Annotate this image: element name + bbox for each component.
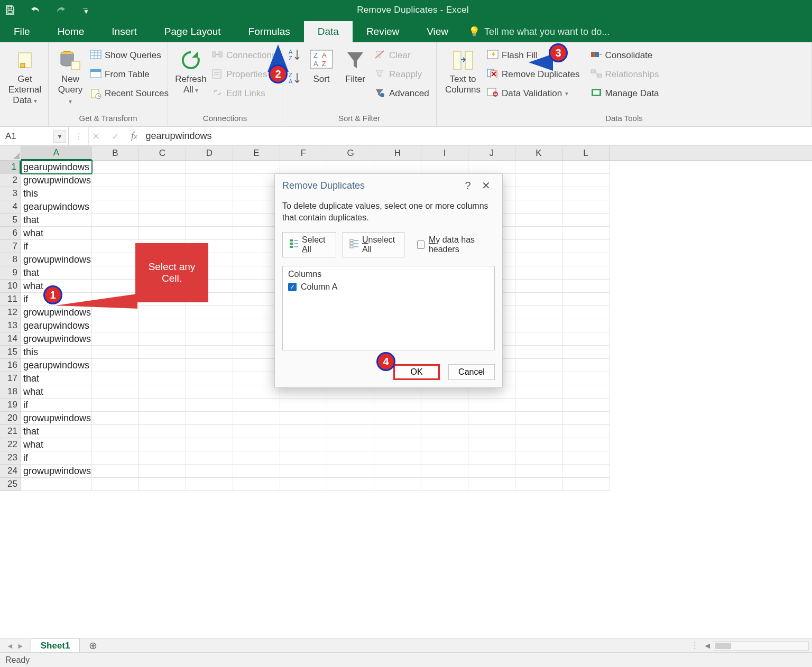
cell[interactable]: this: [21, 187, 92, 200]
column-header[interactable]: B: [92, 146, 139, 160]
my-data-has-headers-checkbox[interactable]: My data has headers: [417, 235, 495, 254]
cell[interactable]: [562, 187, 610, 200]
cell[interactable]: [562, 425, 610, 438]
cell[interactable]: [186, 319, 233, 332]
row-header[interactable]: 21: [0, 425, 21, 438]
cell[interactable]: [374, 161, 421, 174]
undo-icon[interactable]: [30, 4, 41, 16]
cell[interactable]: [233, 451, 280, 465]
cell[interactable]: that: [21, 372, 92, 385]
row-header[interactable]: 19: [0, 399, 21, 412]
sheet-prev-icon[interactable]: ◄: [6, 642, 14, 650]
cell[interactable]: [515, 451, 562, 465]
cell[interactable]: [186, 359, 233, 372]
cell[interactable]: [562, 346, 610, 359]
cell[interactable]: [21, 478, 92, 491]
cell[interactable]: [186, 346, 233, 359]
cell[interactable]: [562, 161, 610, 174]
cell[interactable]: [233, 253, 280, 266]
sheet-nav[interactable]: ◄►: [0, 642, 31, 650]
cell[interactable]: [280, 399, 327, 412]
cell[interactable]: [186, 465, 233, 478]
cell[interactable]: [186, 451, 233, 465]
row-header[interactable]: 9: [0, 266, 21, 280]
cell[interactable]: [92, 200, 139, 214]
cell[interactable]: [186, 372, 233, 385]
cell[interactable]: [421, 478, 468, 491]
enter-formula-icon[interactable]: ✓: [112, 131, 119, 142]
tab-home[interactable]: Home: [44, 21, 98, 42]
data-validation-button[interactable]: Data Validation: [485, 85, 582, 103]
cell[interactable]: [92, 372, 139, 385]
cell[interactable]: [139, 372, 186, 385]
cell[interactable]: what: [21, 438, 92, 451]
cell[interactable]: [327, 465, 374, 478]
cell[interactable]: growupwindows: [21, 253, 92, 266]
sort-button[interactable]: ZAAZ Sort: [304, 45, 338, 85]
cell[interactable]: [186, 332, 233, 346]
cancel-formula-icon[interactable]: ✕: [92, 131, 100, 142]
cell[interactable]: [562, 266, 610, 280]
cell[interactable]: [139, 451, 186, 465]
row-header[interactable]: 18: [0, 385, 21, 399]
cell[interactable]: [186, 174, 233, 187]
cell[interactable]: [562, 478, 610, 491]
cell[interactable]: [92, 161, 139, 174]
column-header[interactable]: D: [186, 146, 233, 160]
cell[interactable]: [233, 227, 280, 240]
cell[interactable]: [92, 187, 139, 200]
cell[interactable]: [139, 438, 186, 451]
cell[interactable]: [562, 465, 610, 478]
row-header[interactable]: 24: [0, 465, 21, 478]
cell[interactable]: [515, 161, 562, 174]
cell[interactable]: [280, 451, 327, 465]
cell[interactable]: [139, 412, 186, 425]
cell[interactable]: [515, 174, 562, 187]
cell[interactable]: [562, 385, 610, 399]
cell[interactable]: [515, 293, 562, 306]
cell[interactable]: [233, 280, 280, 293]
cell[interactable]: [515, 214, 562, 227]
filter-button[interactable]: Filter: [338, 45, 372, 85]
cell[interactable]: gearupwindows: [21, 319, 92, 332]
tab-data[interactable]: Data: [304, 21, 353, 42]
horizontal-scrollbar[interactable]: ⋮◄: [100, 641, 812, 651]
cell[interactable]: [233, 346, 280, 359]
row-header[interactable]: 1: [0, 161, 21, 174]
column-a-item[interactable]: ✓Column A: [288, 282, 489, 292]
cell[interactable]: [139, 425, 186, 438]
cell[interactable]: [92, 319, 139, 332]
cell[interactable]: this: [21, 346, 92, 359]
column-header[interactable]: F: [280, 146, 327, 160]
cell[interactable]: [515, 346, 562, 359]
cell[interactable]: [327, 451, 374, 465]
sort-desc-icon[interactable]: ZA: [288, 71, 302, 88]
cell[interactable]: that: [21, 425, 92, 438]
cell[interactable]: [233, 332, 280, 346]
cell[interactable]: gearupwindows: [21, 359, 92, 372]
cell[interactable]: [92, 451, 139, 465]
cell[interactable]: [421, 412, 468, 425]
cell[interactable]: what: [21, 227, 92, 240]
checkbox-checked-icon[interactable]: ✓: [288, 283, 297, 291]
tell-me-search[interactable]: 💡 Tell me what you want to do...: [462, 21, 616, 42]
sheet-next-icon[interactable]: ►: [17, 642, 24, 650]
cell[interactable]: [515, 332, 562, 346]
cell[interactable]: [280, 438, 327, 451]
cell[interactable]: [515, 280, 562, 293]
column-header[interactable]: J: [468, 146, 515, 160]
cell[interactable]: [515, 412, 562, 425]
tab-page-layout[interactable]: Page Layout: [151, 21, 235, 42]
cell[interactable]: [92, 280, 139, 293]
tab-view[interactable]: View: [413, 21, 462, 42]
cell[interactable]: [515, 465, 562, 478]
row-header[interactable]: 8: [0, 253, 21, 266]
cell[interactable]: [233, 240, 280, 253]
tab-insert[interactable]: Insert: [98, 21, 151, 42]
cell[interactable]: [139, 187, 186, 200]
row-header[interactable]: 20: [0, 412, 21, 425]
cell[interactable]: if: [21, 240, 92, 253]
cell[interactable]: [562, 293, 610, 306]
cell[interactable]: [421, 465, 468, 478]
cell[interactable]: [515, 438, 562, 451]
